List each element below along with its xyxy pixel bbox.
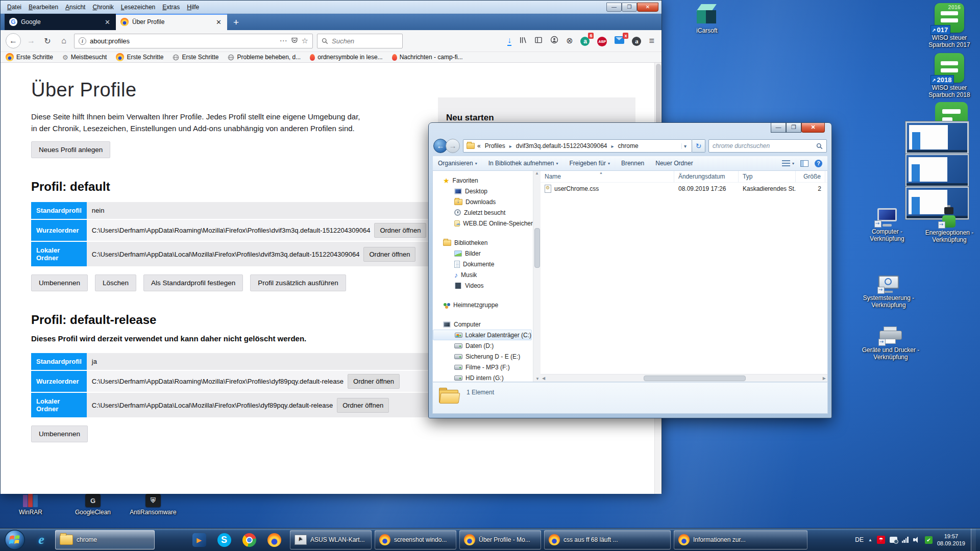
adblocker-icon[interactable]: a6	[580, 36, 590, 46]
mail-check-icon[interactable]: x	[615, 36, 624, 46]
menu-bearbeiten[interactable]: Bearbeiten	[25, 2, 62, 12]
breadcrumb-segment[interactable]: chrome	[617, 141, 640, 151]
show-desktop-button[interactable]	[971, 529, 976, 551]
bookmark-item[interactable]: Nachrichten - camp-fi...	[392, 54, 463, 61]
disconnect-icon[interactable]: ⊗	[566, 36, 573, 45]
forward-button[interactable]: →	[446, 139, 460, 153]
nav-item-filme-mp3-f[interactable]: Filme - MP3 (F:)	[433, 362, 533, 372]
tab-close-icon[interactable]: ✕	[215, 18, 223, 26]
bookmark-item[interactable]: Probleme beheben, d...	[228, 54, 301, 61]
url-bar[interactable]: i about:profiles ⋯ ☆	[74, 34, 313, 48]
scrollbar-thumb[interactable]	[644, 375, 746, 381]
menu-hilfe[interactable]: Hilfe	[183, 2, 203, 12]
column-header-größe[interactable]: Größe	[796, 171, 825, 182]
explorer-titlebar[interactable]: — ❐ ✕	[432, 123, 828, 138]
pocket-icon[interactable]	[291, 37, 298, 45]
nav-item-dokumente[interactable]: Dokumente	[433, 259, 533, 269]
library-icon[interactable]	[519, 36, 527, 46]
toolbar-neuer-ordner[interactable]: Neuer Ordner	[655, 160, 693, 167]
maximize-button[interactable]: ❐	[622, 3, 637, 12]
taskbar-explorer-button[interactable]: chrome	[55, 530, 155, 549]
taskbar-mediaplayer-icon[interactable]: ▶	[188, 530, 210, 549]
nav-item-downloads[interactable]: Downloads	[433, 196, 533, 207]
menu-extras[interactable]: Extras	[159, 2, 183, 12]
taskbar-window-css-aus-ff-68-läuft[interactable]: css aus ff 68 läuft ...	[544, 530, 671, 549]
desktop-icon-systemsteuerung[interactable]: Systemsteuerung - Verknüpfung	[859, 276, 919, 309]
breadcrumb-dropdown-icon[interactable]: ▾	[681, 143, 689, 149]
menu-datei[interactable]: Datei	[4, 2, 25, 12]
nav-scrollbar[interactable]: ▲▼	[533, 171, 541, 382]
taskbar-window-informationen-zur[interactable]: Informationen zur...	[674, 530, 807, 549]
file-row[interactable]: userChrome.css 08.09.2019 17:26 Kaskadie…	[541, 183, 827, 195]
nav-item-bibliotheken[interactable]: Bibliotheken	[433, 237, 533, 248]
desktop-icon-wiso-2017[interactable]: 2016 ↗017 WISO steuer Sparbuch 2017	[918, 3, 980, 48]
toolbar-freigeben-für[interactable]: Freigeben für▾	[570, 160, 610, 167]
nav-item-favoriten[interactable]: ★Favoriten	[433, 175, 533, 186]
nav-item-lokaler-datenträger-c[interactable]: Lokaler Datenträger (C:)	[433, 330, 532, 340]
toolbar-brennen[interactable]: Brennen	[621, 160, 644, 167]
toolbar-organisieren[interactable]: Organisieren▾	[438, 160, 477, 167]
minimize-button[interactable]: —	[771, 123, 786, 133]
window-preview[interactable]	[905, 121, 969, 154]
column-header-änderungsdatum[interactable]: Änderungsdatum	[674, 171, 739, 182]
window-preview[interactable]	[905, 154, 969, 187]
breadcrumb-segment[interactable]: Profiles	[483, 141, 507, 151]
nav-item-hd-intern-g[interactable]: HD intern (G:)	[433, 372, 533, 382]
account-icon[interactable]	[550, 36, 558, 46]
nav-item-sicherung-d-e-e[interactable]: Sicherung D - E (E:)	[433, 351, 533, 362]
desktop-icon-googleclean[interactable]: G GoogleClean	[67, 494, 118, 516]
löschen-button[interactable]: Löschen	[95, 274, 136, 291]
reload-button[interactable]: ↻	[41, 36, 54, 46]
bookmark-item[interactable]: Erste Schritte	[6, 53, 53, 61]
column-header-typ[interactable]: Typ	[739, 171, 796, 182]
window-preview-stack[interactable]	[905, 121, 969, 219]
show-hidden-icons[interactable]: ▲	[868, 538, 872, 542]
scroll-right-icon[interactable]: ▶	[821, 376, 827, 381]
desktop-icon-antiransomware[interactable]: ⛨ AntiRansomware	[125, 494, 181, 516]
sidebar-icon[interactable]	[534, 36, 543, 46]
search-bar[interactable]: Suchen	[317, 34, 403, 48]
nav-item-zuletzt-besucht[interactable]: Zuletzt besucht	[433, 207, 533, 218]
start-button[interactable]	[4, 529, 26, 550]
language-indicator[interactable]: DE	[855, 536, 864, 543]
profil-zusätzlich-ausführen-button[interactable]: Profil zusätzlich ausführen	[250, 274, 346, 291]
open-folder-button[interactable]: Ordner öffnen	[363, 247, 415, 262]
change-view-button[interactable]: ▾	[782, 160, 794, 167]
menu-lesezeichen[interactable]: Lesezeichen	[117, 2, 159, 12]
taskbar-chrome-icon[interactable]	[238, 530, 260, 549]
nav-item-videos[interactable]: Videos	[433, 280, 533, 291]
horizontal-scrollbar[interactable]: ◀ ▶	[541, 374, 827, 382]
taskbar-skype-icon[interactable]: S	[213, 530, 235, 549]
toolbar-in-bibliothek-aufnehmen[interactable]: In Bibliothek aufnehmen▾	[488, 160, 558, 167]
bookmark-item[interactable]: Erste Schritte	[116, 53, 163, 61]
tab-über-profile[interactable]: Über Profile ✕	[116, 14, 227, 30]
tab-close-icon[interactable]: ✕	[104, 18, 111, 26]
bookmark-item[interactable]: ⚙Meistbesucht	[62, 54, 107, 61]
minimize-button[interactable]: —	[606, 3, 622, 12]
taskbar-window-über-profile-mo[interactable]: Über Profile - Mo...	[459, 530, 541, 549]
nav-item-daten-d[interactable]: Daten (D:)	[433, 340, 533, 351]
nav-item-computer[interactable]: Computer	[433, 319, 533, 330]
refresh-button[interactable]: ↻	[692, 139, 705, 153]
open-folder-button[interactable]: Ordner öffnen	[337, 398, 389, 413]
tab-google[interactable]: GGoogle ✕	[5, 14, 116, 30]
nav-item-bilder[interactable]: Bilder	[433, 248, 533, 259]
desktop-icon-computer[interactable]: Computer - Verknüpfung	[859, 208, 916, 242]
menu-chronik[interactable]: Chronik	[89, 2, 117, 12]
downloads-icon[interactable]: ↓	[507, 36, 511, 46]
bookmark-item[interactable]: Erste Schritte	[173, 54, 218, 61]
umbenennen-button[interactable]: Umbenennen	[31, 274, 88, 291]
scroll-left-icon[interactable]: ◀	[541, 376, 547, 381]
desktop-icon-energieoptionen[interactable]: Energieoptionen - Verknüpfung	[919, 207, 980, 243]
desktop-icon-icarsoft[interactable]: iCarsoft	[679, 3, 735, 34]
amazon-assistant-icon[interactable]: a	[632, 36, 641, 46]
action-center-icon[interactable]: ✔	[925, 536, 933, 544]
taskbar-ie-icon[interactable]: e	[30, 530, 53, 549]
avira-icon[interactable]: ☂	[877, 536, 885, 544]
als-standardprofil-festlegen-button[interactable]: Als Standardprofil festlegen	[143, 274, 243, 291]
maximize-button[interactable]: ❐	[786, 123, 801, 133]
taskbar-window-asus-wlan-kart[interactable]: ASUS WLAN-Kart...	[290, 530, 372, 549]
taskbar-firefox-icon[interactable]	[263, 530, 285, 549]
open-folder-button[interactable]: Ordner öffnen	[348, 374, 400, 389]
volume-icon[interactable]	[913, 537, 920, 543]
